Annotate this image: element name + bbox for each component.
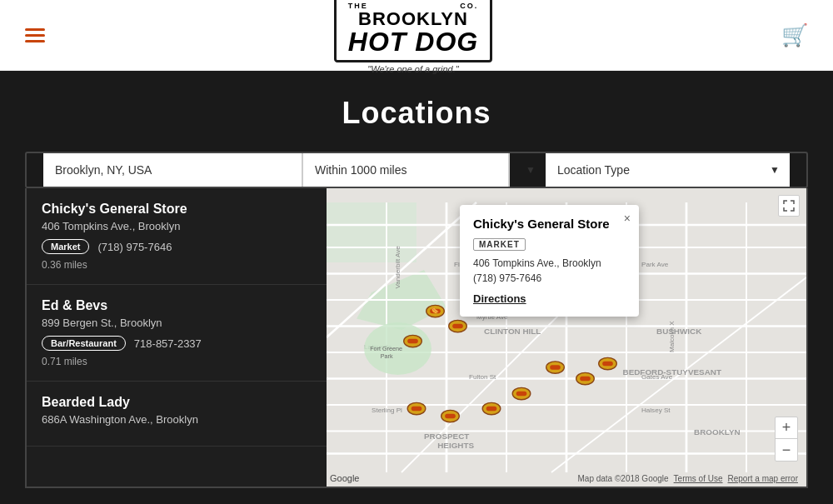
svg-text:Sterling Pl: Sterling Pl: [372, 407, 402, 414]
location-input[interactable]: [43, 153, 302, 187]
svg-rect-53: [580, 377, 591, 381]
location-list: Chicky's General Store 406 Tompkins Ave.…: [27, 188, 327, 487]
map-area: Flushing Ave Park Ave Myrtle Ave Lafayet…: [327, 188, 806, 487]
map-marker[interactable]: [546, 362, 565, 373]
content-area: Chicky's General Store 406 Tompkins Ave.…: [25, 188, 808, 488]
map-marker[interactable]: [404, 335, 422, 347]
map-marker[interactable]: 🌭: [426, 305, 445, 317]
svg-text:Fulton St: Fulton St: [469, 373, 496, 381]
svg-rect-51: [550, 365, 561, 369]
page-banner: Locations: [0, 71, 833, 152]
svg-text:Vanderbilt Ave: Vanderbilt Ave: [394, 246, 402, 289]
location-phone: (718) 975-7646: [97, 241, 172, 253]
svg-text:BROOKLYN: BROOKLYN: [694, 427, 741, 437]
report-error-link[interactable]: Report a map error: [728, 474, 798, 483]
radius-select-wrapper: Within 1000 miles Within 10 miles Within…: [302, 153, 546, 187]
location-name: Chicky's General Store: [42, 202, 312, 217]
location-tags: Market (718) 975-7646: [42, 239, 312, 254]
svg-text:BUSHWICK: BUSHWICK: [656, 327, 702, 336]
zoom-out-button[interactable]: −: [776, 439, 797, 461]
svg-rect-47: [407, 339, 418, 343]
location-tag: Bar/Restaurant: [42, 336, 126, 351]
popup-phone: (718) 975-7646: [473, 272, 626, 284]
svg-text:Malcolm X: Malcolm X: [668, 321, 676, 352]
map-marker[interactable]: [599, 357, 617, 369]
location-name: Bearded Lady: [42, 395, 312, 410]
zoom-in-button[interactable]: +: [776, 417, 797, 439]
directions-link[interactable]: Directions: [473, 292, 626, 305]
list-item[interactable]: Ed & Bevs 899 Bergen St., Brooklyn Bar/R…: [27, 285, 327, 382]
svg-text:Fort Greene: Fort Greene: [370, 345, 402, 352]
svg-rect-49: [452, 324, 463, 328]
location-distance: 0.36 miles: [42, 259, 312, 271]
map-marker[interactable]: [407, 402, 426, 414]
logo-tagline: "We're one of a grind.": [334, 64, 492, 74]
popup-close-button[interactable]: ×: [624, 212, 631, 225]
map-terms: Map data ©2018 Google Terms of Use Repor…: [577, 474, 798, 483]
map-marker[interactable]: [441, 410, 460, 422]
search-bar: Within 1000 miles Within 10 miles Within…: [25, 152, 808, 188]
map-marker[interactable]: [449, 320, 467, 332]
main-content: Within 1000 miles Within 10 miles Within…: [0, 152, 833, 488]
map-copyright: Google: [330, 473, 359, 483]
svg-rect-1: [327, 202, 416, 262]
menu-button[interactable]: [25, 28, 45, 42]
cart-button[interactable]: 🛒: [781, 22, 808, 48]
logo-brooklyn: BROOKLYN: [348, 10, 478, 28]
svg-rect-57: [445, 414, 456, 418]
location-address: 686A Washington Ave., Brooklyn: [42, 413, 312, 426]
location-distance: 0.71 miles: [42, 356, 312, 367]
svg-rect-59: [486, 407, 497, 411]
popup-title: Chicky's General Store: [473, 217, 626, 231]
svg-rect-63: [602, 362, 613, 366]
type-select[interactable]: Location Type All Types Market Bar/Resta…: [546, 153, 790, 187]
logo[interactable]: THE CO. BROOKLYN HOT DOG "We're one of a…: [334, 0, 492, 74]
radius-select[interactable]: Within 1000 miles Within 10 miles Within…: [302, 153, 510, 187]
google-logo: Google: [330, 473, 359, 483]
popup-address: 406 Tompkins Ave., Brooklyn: [473, 257, 626, 269]
location-address: 899 Bergen St., Brooklyn: [42, 317, 312, 329]
svg-rect-55: [412, 407, 422, 411]
list-item[interactable]: Chicky's General Store 406 Tompkins Ave.…: [27, 188, 327, 285]
location-tags: Bar/Restaurant 718-857-2337: [42, 336, 312, 351]
map-data-label: Map data ©2018 Google: [577, 474, 668, 483]
radius-chevron-icon: ▼: [526, 164, 536, 176]
location-address: 406 Tompkins Ave., Brooklyn: [42, 220, 312, 232]
popup-tag: MARKET: [473, 238, 526, 251]
svg-text:Park Ave: Park Ave: [641, 261, 669, 268]
map-marker[interactable]: [482, 402, 501, 414]
header: THE CO. BROOKLYN HOT DOG "We're one of a…: [0, 0, 833, 71]
terms-of-use-link[interactable]: Terms of Use: [674, 474, 723, 483]
expand-icon: [783, 200, 795, 212]
map-marker[interactable]: [512, 387, 531, 399]
type-select-wrapper: Location Type All Types Market Bar/Resta…: [546, 153, 790, 187]
location-name: Ed & Bevs: [42, 298, 312, 313]
map-zoom-controls: + −: [775, 417, 798, 462]
map-popup: × Chicky's General Store MARKET 406 Tomp…: [460, 205, 639, 317]
list-item[interactable]: Bearded Lady 686A Washington Ave., Brook…: [27, 382, 327, 447]
map-marker[interactable]: [576, 372, 595, 384]
logo-hotdog: HOT DOG: [348, 28, 478, 55]
svg-text:PROSPECT: PROSPECT: [424, 432, 469, 441]
location-tag: Market: [42, 239, 89, 254]
svg-text:HEIGHTS: HEIGHTS: [437, 441, 474, 450]
svg-text:CLINTON HILL: CLINTON HILL: [484, 327, 541, 336]
map-expand-button[interactable]: [778, 195, 800, 217]
svg-text:Halsey St: Halsey St: [641, 407, 671, 414]
svg-text:BEDFORD-STUYVESANT: BEDFORD-STUYVESANT: [623, 367, 722, 377]
location-phone: 718-857-2337: [134, 337, 202, 350]
svg-text:Park: Park: [381, 352, 393, 360]
svg-text:🌭: 🌭: [431, 307, 439, 314]
svg-rect-61: [516, 392, 527, 396]
page-title: Locations: [0, 96, 833, 131]
